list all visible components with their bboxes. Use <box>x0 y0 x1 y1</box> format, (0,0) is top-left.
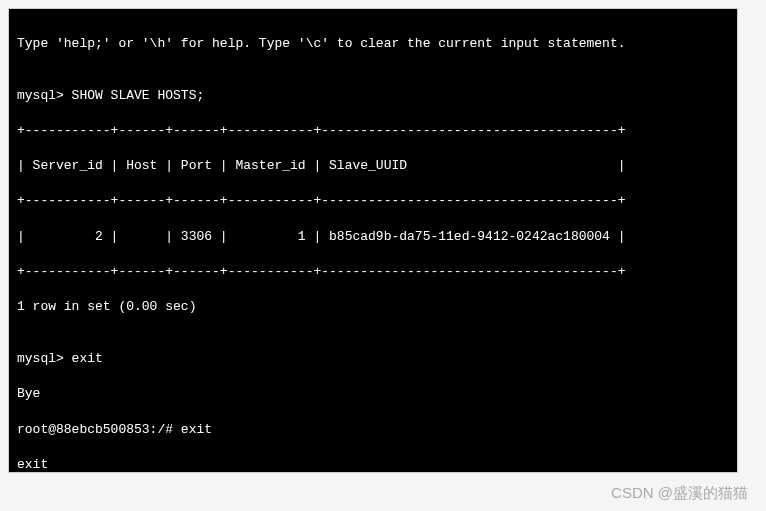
terminal-line: mysql> SHOW SLAVE HOSTS; <box>17 87 729 105</box>
terminal-window[interactable]: Type 'help;' or '\h' for help. Type '\c'… <box>8 8 738 473</box>
terminal-line: mysql> exit <box>17 350 729 368</box>
terminal-line: Type 'help;' or '\h' for help. Type '\c'… <box>17 35 729 53</box>
terminal-line: +-----------+------+------+-----------+-… <box>17 263 729 281</box>
terminal-line: +-----------+------+------+-----------+-… <box>17 192 729 210</box>
terminal-line: | Server_id | Host | Port | Master_id | … <box>17 157 729 175</box>
terminal-line: 1 row in set (0.00 sec) <box>17 298 729 316</box>
terminal-line: +-----------+------+------+-----------+-… <box>17 122 729 140</box>
terminal-line: | 2 | | 3306 | 1 | b85cad9b-da75-11ed-94… <box>17 228 729 246</box>
watermark-text: CSDN @盛溪的猫猫 <box>611 484 748 503</box>
terminal-line: root@88ebcb500853:/# exit <box>17 421 729 439</box>
terminal-line: Bye <box>17 385 729 403</box>
terminal-line: exit <box>17 456 729 473</box>
